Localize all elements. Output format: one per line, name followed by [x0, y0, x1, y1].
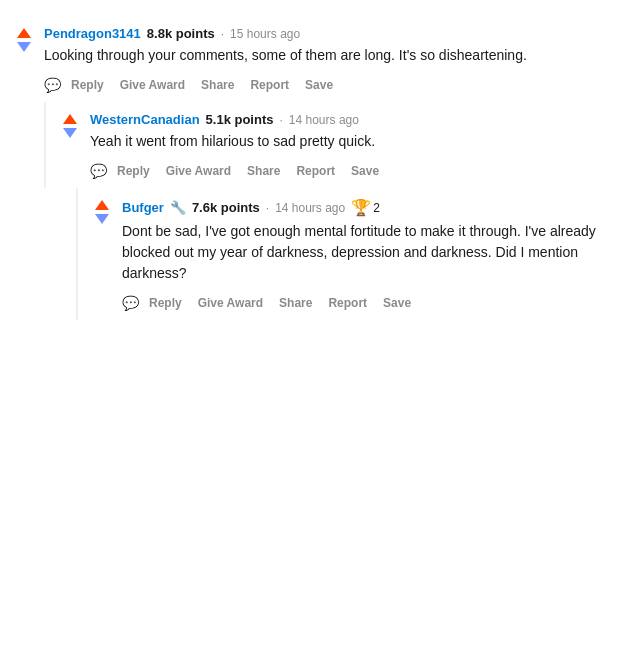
points: 8.8k points [147, 26, 215, 41]
comment-text: Looking through your comments, some of t… [44, 45, 618, 66]
comment-text: Dont be sad, I've got enough mental fort… [122, 221, 618, 284]
points: 7.6k points [192, 200, 260, 215]
award-count: 2 [373, 201, 380, 215]
report-button[interactable]: Report [244, 74, 295, 96]
separator: · [280, 113, 283, 127]
timestamp: 14 hours ago [289, 113, 359, 127]
reply-icon: 💬 [122, 295, 139, 311]
give-award-button[interactable]: Give Award [192, 292, 269, 314]
reply-button[interactable]: Reply [143, 292, 188, 314]
share-button[interactable]: Share [195, 74, 240, 96]
action-bar: 💬 Reply Give Award Share Report Save [122, 292, 618, 314]
give-award-button[interactable]: Give Award [160, 160, 237, 182]
points: 5.1k points [206, 112, 274, 127]
report-button[interactable]: Report [290, 160, 341, 182]
comment-item: Bufger 🔧 7.6k points · 14 hours ago 🏆 2 … [76, 188, 618, 320]
share-button[interactable]: Share [241, 160, 286, 182]
comment-header: Bufger 🔧 7.6k points · 14 hours ago 🏆 2 [122, 198, 618, 217]
upvote-button[interactable] [63, 114, 77, 124]
comment-body: WesternCanadian 5.1k points · 14 hours a… [90, 112, 618, 182]
action-bar: 💬 Reply Give Award Share Report Save [44, 74, 618, 96]
separator: · [221, 27, 224, 41]
comment-header: WesternCanadian 5.1k points · 14 hours a… [90, 112, 618, 127]
reply-icon: 💬 [44, 77, 61, 93]
save-button[interactable]: Save [299, 74, 339, 96]
vote-column [90, 198, 114, 314]
action-bar: 💬 Reply Give Award Share Report Save [90, 160, 618, 182]
upvote-button[interactable] [17, 28, 31, 38]
trophy-icon: 🏆 [351, 198, 371, 217]
username[interactable]: Pendragon3141 [44, 26, 141, 41]
comment-thread: Pendragon3141 8.8k points · 15 hours ago… [12, 16, 618, 320]
reply-button[interactable]: Reply [111, 160, 156, 182]
save-button[interactable]: Save [345, 160, 385, 182]
comment-body: Pendragon3141 8.8k points · 15 hours ago… [44, 26, 618, 96]
comment-item: WesternCanadian 5.1k points · 14 hours a… [44, 102, 618, 188]
comment-item: Pendragon3141 8.8k points · 15 hours ago… [12, 16, 618, 102]
downvote-button[interactable] [95, 214, 109, 224]
save-button[interactable]: Save [377, 292, 417, 314]
report-button[interactable]: Report [322, 292, 373, 314]
reply-button[interactable]: Reply [65, 74, 110, 96]
comment-header: Pendragon3141 8.8k points · 15 hours ago [44, 26, 618, 41]
comment-body: Bufger 🔧 7.6k points · 14 hours ago 🏆 2 … [122, 198, 618, 314]
wrench-icon: 🔧 [170, 200, 186, 215]
downvote-button[interactable] [63, 128, 77, 138]
vote-column [58, 112, 82, 182]
share-button[interactable]: Share [273, 292, 318, 314]
username[interactable]: WesternCanadian [90, 112, 200, 127]
comment-text: Yeah it went from hilarious to sad prett… [90, 131, 618, 152]
timestamp: 15 hours ago [230, 27, 300, 41]
award-badge: 🏆 2 [351, 198, 380, 217]
timestamp: 14 hours ago [275, 201, 345, 215]
reply-icon: 💬 [90, 163, 107, 179]
downvote-button[interactable] [17, 42, 31, 52]
upvote-button[interactable] [95, 200, 109, 210]
separator: · [266, 201, 269, 215]
vote-column [12, 26, 36, 96]
give-award-button[interactable]: Give Award [114, 74, 191, 96]
username[interactable]: Bufger [122, 200, 164, 215]
